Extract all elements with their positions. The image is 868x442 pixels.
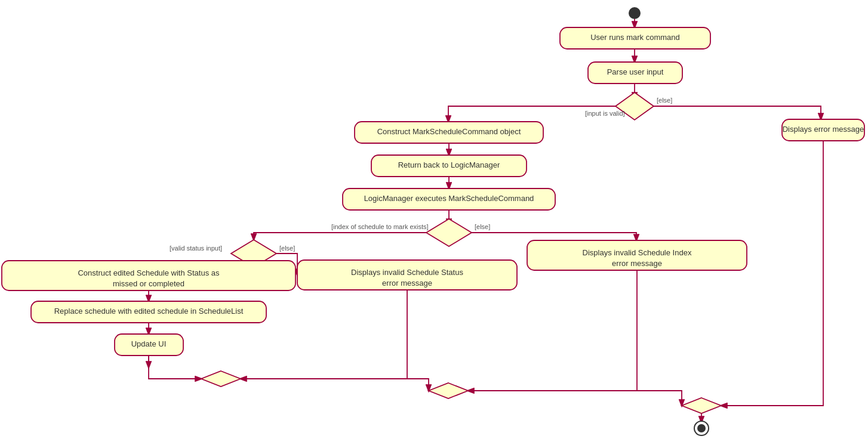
update-ui-label: Update UI xyxy=(131,339,167,348)
label-else-3: [else] xyxy=(279,245,295,252)
diamond2 xyxy=(426,219,472,246)
construct-edited-label1: Construct edited Schedule with Status as xyxy=(78,268,220,277)
return-logic-label: Return back to LogicManager xyxy=(398,160,500,169)
diamond5 xyxy=(682,398,721,413)
invalid-index-label2: error message xyxy=(612,259,662,268)
diamond3 xyxy=(201,371,241,387)
replace-schedule-label: Replace schedule with edited schedule in… xyxy=(54,307,244,316)
start-node xyxy=(629,7,641,19)
arrow-d4-to-d5 xyxy=(468,391,682,406)
label-valid-status: [valid status input] xyxy=(170,245,222,252)
displays-error-label: Displays error message xyxy=(783,125,864,134)
diamond4 xyxy=(429,383,468,398)
arrow-displays-error-to-d5 xyxy=(721,141,823,406)
arrow-d3-to-d4 xyxy=(241,379,429,391)
arrow-d1-to-error xyxy=(654,106,821,119)
invalid-status-label2: error message xyxy=(382,279,432,288)
invalid-status-label1: Displays invalid Schedule Status xyxy=(351,268,463,277)
parse-input-label: Parse user input xyxy=(607,67,664,76)
user-runs-label: User runs mark command xyxy=(590,33,680,42)
label-input-valid: [input is valid] xyxy=(585,110,625,117)
construct-mark-label: Construct MarkScheduleCommand object xyxy=(377,127,521,136)
arrow-d2-to-invalid-index xyxy=(472,233,636,240)
label-index-exists: [index of schedule to mark exists] xyxy=(331,223,429,230)
execute-mark-label: LogicManager executes MarkScheduleComman… xyxy=(364,194,534,203)
arrow-update-down-to-d3 xyxy=(149,356,201,379)
end-node-inner xyxy=(697,424,706,432)
arrow-d2-to-dstatus xyxy=(254,233,426,240)
invalid-index-label1: Displays invalid Schedule Index xyxy=(583,248,692,257)
label-else-1: [else] xyxy=(657,97,672,104)
arrow-invalid-status-to-d3 xyxy=(241,290,407,379)
diagram-container: User runs mark command Parse user input … xyxy=(0,0,868,442)
label-else-2: [else] xyxy=(475,223,490,230)
construct-edited-label2: missed or completed xyxy=(113,279,184,288)
